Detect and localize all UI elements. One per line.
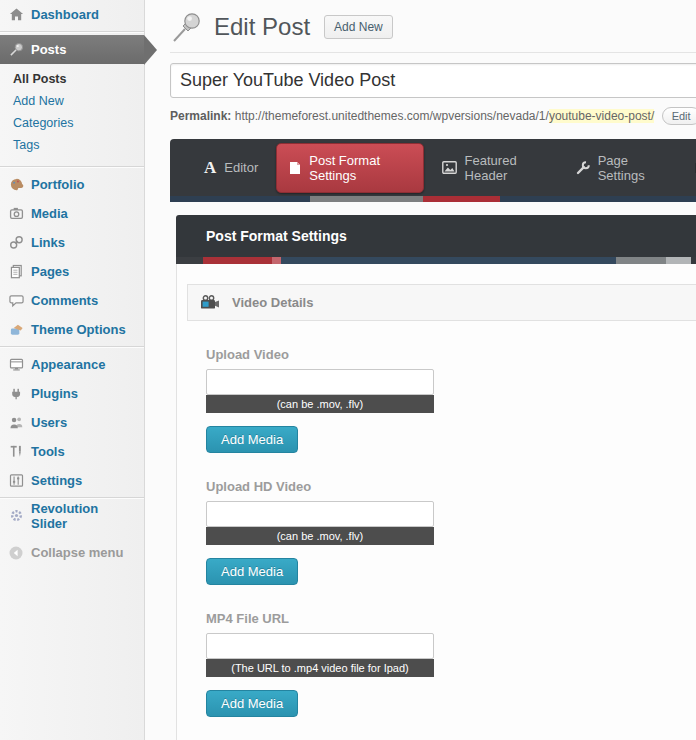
sidebar-item-label: Pages — [31, 264, 69, 279]
sidebar-item-pages[interactable]: Pages — [0, 257, 144, 286]
gear-icon — [8, 508, 24, 524]
sidebar-item-label: Tools — [31, 444, 65, 459]
sidebar-item-label: Comments — [31, 293, 98, 308]
add-media-button[interactable]: Add Media — [206, 558, 298, 585]
field-hint: (can be .mov, .flv) — [206, 527, 434, 545]
upload-hd-video-input[interactable] — [206, 501, 434, 527]
upload-hd-video-field: Upload HD Video (can be .mov, .flv) Add … — [206, 479, 696, 585]
sidebar-item-label: Plugins — [31, 386, 78, 401]
field-hint: (can be .mov, .flv) — [206, 395, 434, 413]
video-details-form: Upload Video (can be .mov, .flv) Add Med… — [187, 321, 696, 740]
sidebar-item-posts[interactable]: Posts — [0, 35, 144, 64]
sidebar-item-label: Posts — [31, 42, 66, 57]
wrench-icon — [576, 161, 590, 175]
submenu-tags[interactable]: Tags — [0, 134, 144, 156]
sidebar-item-plugins[interactable]: Plugins — [0, 379, 144, 408]
sidebar-item-label: Theme Options — [31, 322, 126, 337]
sidebar-separator — [0, 166, 144, 168]
permalink-row: Permalink: http://themeforest.unitedthem… — [170, 107, 696, 125]
tab-page-settings[interactable]: Page Settings — [564, 144, 676, 192]
tab-partial-right[interactable] — [682, 153, 696, 183]
panel-title: Post Format Settings — [176, 215, 696, 257]
page-header: Edit Post Add New — [170, 0, 696, 53]
sidebar-item-label: Settings — [31, 473, 82, 488]
sidebar-item-tools[interactable]: Tools — [0, 437, 144, 466]
sidebar-item-comments[interactable]: Comments — [0, 286, 144, 315]
pushpin-large-icon — [170, 10, 204, 44]
posts-submenu: All Posts Add New Categories Tags — [0, 64, 144, 164]
permalink-edit-button[interactable]: Edit — [662, 107, 696, 125]
document-icon — [289, 161, 301, 175]
add-media-button[interactable]: Add Media — [206, 690, 298, 717]
submenu-categories[interactable]: Categories — [0, 112, 144, 134]
add-new-button[interactable]: Add New — [324, 15, 393, 39]
link-icon — [8, 235, 24, 251]
upload-video-field: Upload Video (can be .mov, .flv) Add Med… — [206, 347, 696, 453]
submenu-add-new[interactable]: Add New — [0, 90, 144, 112]
sidebar-item-media[interactable]: Media — [0, 199, 144, 228]
users-icon — [8, 415, 24, 431]
sidebar-item-appearance[interactable]: Appearance — [0, 350, 144, 379]
mp4-file-url-field: MP4 File URL (The URL to .mp4 video file… — [206, 611, 696, 717]
pushpin-icon — [8, 42, 24, 58]
permalink-url: http://themeforest.unitedthemes.com/wpve… — [235, 109, 549, 123]
panel-body: Video Details Upload Video (can be .mov,… — [176, 264, 696, 740]
page-title: Edit Post — [214, 13, 310, 41]
field-label: Upload HD Video — [206, 479, 696, 494]
video-camera-icon — [200, 295, 220, 310]
add-media-button[interactable]: Add Media — [206, 426, 298, 453]
permalink-label: Permalink: — [170, 109, 231, 123]
sidebar-item-theme-options[interactable]: Theme Options — [0, 315, 144, 344]
wordpress-admin: Dashboard Posts All Posts Add New Catego… — [0, 0, 696, 740]
sidebar-item-links[interactable]: Links — [0, 228, 144, 257]
sidebar-separator — [0, 31, 144, 33]
sidebar-item-label: Revolution Slider — [31, 501, 136, 531]
tab-editor[interactable]: A Editor — [192, 150, 270, 185]
collapse-menu-label: Collapse menu — [31, 545, 123, 560]
sidebar-item-label: Media — [31, 206, 68, 221]
panel-decorative-strip — [176, 257, 696, 264]
video-details-title: Video Details — [232, 295, 313, 310]
pages-icon — [8, 264, 24, 280]
dashboard-icon — [8, 7, 24, 23]
tools-icon — [8, 444, 24, 460]
sidebar-item-portfolio[interactable]: Portfolio — [0, 170, 144, 199]
sidebar-item-settings[interactable]: Settings — [0, 466, 144, 495]
sidebar-item-revolution-slider[interactable]: Revolution Slider — [0, 501, 144, 530]
tab-featured-header[interactable]: Featured Header — [430, 144, 558, 192]
sidebar-item-label: Dashboard — [31, 7, 99, 22]
collapse-arrow-icon — [8, 545, 24, 561]
sidebar-item-label: Appearance — [31, 357, 105, 372]
post-title-input[interactable] — [170, 63, 696, 98]
field-hint: (The URL to .mp4 video file for Ipad) — [206, 659, 434, 677]
editor-tabbar: A Editor Post Format Settings Featured H… — [170, 139, 696, 196]
admin-sidebar: Dashboard Posts All Posts Add New Catego… — [0, 0, 145, 740]
field-label: MP4 File URL — [206, 611, 696, 626]
video-details-section-header[interactable]: Video Details — [187, 284, 696, 321]
plugin-icon — [8, 386, 24, 402]
post-format-settings-panel: Post Format Settings Video Details — [176, 215, 696, 740]
settings-icon — [8, 473, 24, 489]
tab-post-format-settings[interactable]: Post Format Settings — [276, 143, 423, 193]
appearance-icon — [8, 357, 24, 373]
submenu-all-posts[interactable]: All Posts — [0, 68, 144, 90]
sidebar-item-label: Users — [31, 415, 67, 430]
sidebar-separator — [0, 346, 144, 348]
sidebar-item-label: Portfolio — [31, 177, 84, 192]
upload-video-input[interactable] — [206, 369, 434, 395]
permalink-slug: youtube-video-post/ — [549, 109, 654, 123]
comment-icon — [8, 293, 24, 309]
sidebar-item-dashboard[interactable]: Dashboard — [0, 0, 144, 29]
editor-a-icon: A — [204, 159, 216, 176]
tabbar-bottom-strip — [170, 196, 696, 202]
image-icon — [442, 161, 457, 174]
sidebar-item-label: Links — [31, 235, 65, 250]
sidebar-item-users[interactable]: Users — [0, 408, 144, 437]
main-content: Edit Post Add New Permalink: http://them… — [170, 0, 696, 740]
camera-icon — [8, 206, 24, 222]
collapse-menu-button[interactable]: Collapse menu — [0, 538, 144, 567]
sidebar-separator — [0, 497, 144, 499]
field-label: Upload Video — [206, 347, 696, 362]
theme-options-icon — [8, 322, 24, 338]
mp4-file-url-input[interactable] — [206, 633, 434, 659]
